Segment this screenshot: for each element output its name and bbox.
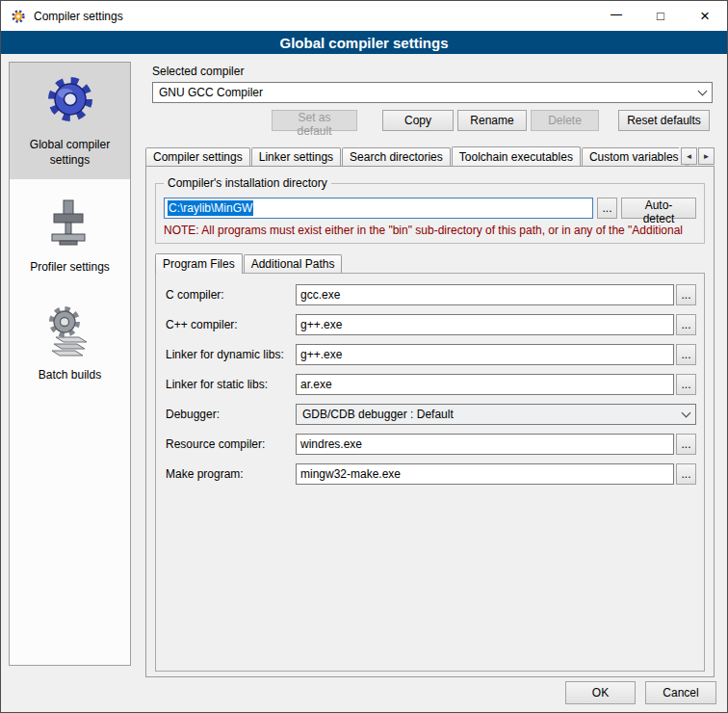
c-compiler-browse-button[interactable]: ...: [676, 284, 696, 305]
tab-search-directories[interactable]: Search directories: [342, 147, 451, 166]
cpp-compiler-browse-button[interactable]: ...: [676, 314, 696, 335]
set-as-default-button[interactable]: Set as default: [272, 110, 357, 131]
auto-detect-button[interactable]: Auto-detect: [621, 198, 696, 219]
tab-scroll-left-button[interactable]: ◄: [681, 147, 697, 165]
blue-gear-icon: [42, 72, 98, 128]
tab-label: Linker settings: [259, 150, 333, 164]
minimize-button[interactable]: —: [594, 1, 638, 31]
compiler-select[interactable]: GNU GCC Compiler: [152, 82, 713, 103]
debugger-select[interactable]: GDB/CDB debugger : Default: [296, 404, 696, 425]
right-arrow-icon: ►: [703, 152, 711, 161]
debugger-select-value: GDB/CDB debugger : Default: [302, 408, 454, 421]
subtab-additional-paths[interactable]: Additional Paths: [244, 254, 343, 273]
left-arrow-icon: ◄: [686, 152, 693, 161]
resource-compiler-input[interactable]: [296, 434, 674, 455]
sidebar-item-label: Global compiler settings: [13, 138, 126, 168]
linker-dynamic-input[interactable]: [296, 344, 674, 365]
installation-directory-group: Compiler's installation directory C:\ray…: [155, 183, 705, 244]
chevron-down-icon: [682, 409, 691, 418]
copy-button[interactable]: Copy: [382, 110, 454, 131]
cpp-compiler-row: C++ compiler: ...: [166, 314, 696, 335]
maximize-button[interactable]: □: [638, 1, 683, 31]
c-compiler-input[interactable]: [296, 284, 674, 305]
sidebar: Global compiler settings Profiler settin…: [9, 62, 131, 666]
tab-label: Search directories: [350, 150, 443, 164]
tab-scroll-right-button[interactable]: ►: [698, 147, 715, 165]
sidebar-item-profiler-settings[interactable]: Profiler settings: [10, 185, 130, 287]
window-title: Compiler settings: [34, 10, 123, 23]
window-controls: — □ ×: [594, 1, 727, 31]
tab-label: Custom variables: [589, 150, 679, 164]
sidebar-item-label: Profiler settings: [30, 260, 110, 276]
dialog-footer: OK Cancel: [565, 681, 716, 704]
c-compiler-row: C compiler: ...: [166, 284, 696, 305]
compiler-select-value: GNU GCC Compiler: [159, 86, 263, 99]
resource-compiler-label: Resource compiler:: [166, 437, 296, 451]
linker-static-label: Linker for static libs:: [166, 378, 296, 391]
tab-label: Compiler settings: [153, 150, 243, 164]
cancel-button[interactable]: Cancel: [645, 681, 716, 704]
debugger-label: Debugger:: [166, 408, 296, 421]
installation-directory-input[interactable]: C:\raylib\MinGW: [164, 198, 593, 219]
reset-defaults-button[interactable]: Reset defaults: [618, 110, 710, 131]
linker-static-browse-button[interactable]: ...: [676, 374, 696, 395]
subtab-label: Additional Paths: [251, 257, 335, 271]
installation-directory-selected-text: C:\raylib\MinGW: [168, 200, 253, 216]
resource-compiler-browse-button[interactable]: ...: [676, 434, 696, 455]
subtab-program-files[interactable]: Program Files: [155, 253, 243, 274]
profiler-tool-icon: [42, 195, 98, 251]
close-icon: ×: [700, 7, 710, 26]
chevron-down-icon: [698, 87, 708, 96]
tab-custom-variables[interactable]: Custom variables: [582, 147, 687, 166]
tab-scroll-controls: ◄ ►: [679, 147, 715, 165]
dialog-header: Global compiler settings: [1, 31, 727, 54]
dialog-title: Global compiler settings: [279, 35, 448, 51]
gray-gear-stack-icon: [42, 303, 98, 358]
tab-compiler-settings[interactable]: Compiler settings: [145, 147, 250, 166]
minimize-icon: —: [611, 8, 622, 21]
debugger-row: Debugger: GDB/CDB debugger : Default: [166, 404, 696, 425]
linker-dynamic-label: Linker for dynamic libs:: [166, 348, 296, 361]
linker-dynamic-browse-button[interactable]: ...: [676, 344, 696, 365]
sidebar-item-global-compiler-settings[interactable]: Global compiler settings: [10, 63, 130, 179]
installation-directory-row: C:\raylib\MinGW ... Auto-detect: [164, 198, 696, 219]
linker-static-input[interactable]: [296, 374, 674, 395]
settings-tab-strip: Compiler settings Linker settings Search…: [145, 145, 715, 166]
make-program-label: Make program:: [166, 467, 296, 481]
resource-compiler-row: Resource compiler: ...: [166, 434, 696, 455]
cpp-compiler-label: C++ compiler:: [166, 318, 296, 331]
bin-subdirectory-note: NOTE: All programs must exist either in …: [164, 224, 696, 237]
tab-label: Toolchain executables: [459, 150, 573, 164]
delete-button[interactable]: Delete: [531, 110, 599, 131]
subtab-label: Program Files: [163, 257, 235, 271]
tab-toolchain-executables[interactable]: Toolchain executables: [452, 146, 581, 166]
maximize-icon: □: [657, 9, 664, 23]
installation-directory-group-title: Compiler's installation directory: [164, 176, 331, 190]
make-program-browse-button[interactable]: ...: [676, 463, 696, 485]
sidebar-item-label: Batch builds: [39, 368, 101, 383]
linker-dynamic-row: Linker for dynamic libs: ...: [166, 344, 696, 365]
rename-button[interactable]: Rename: [457, 110, 527, 131]
ok-button[interactable]: OK: [565, 681, 636, 704]
title-bar: Compiler settings — □ ×: [1, 1, 727, 31]
program-files-panel: C compiler: ... C++ compiler: ... Linker…: [155, 273, 705, 672]
close-button[interactable]: ×: [683, 1, 727, 31]
c-compiler-label: C compiler:: [166, 288, 296, 302]
sidebar-item-batch-builds[interactable]: Batch builds: [10, 293, 130, 395]
program-files-tab-strip: Program Files Additional Paths: [155, 253, 705, 273]
cpp-compiler-input[interactable]: [296, 314, 674, 335]
compiler-buttons-row: Set as default Copy Rename Delete Reset …: [152, 110, 710, 131]
installation-directory-browse-button[interactable]: ...: [597, 198, 617, 219]
make-program-input[interactable]: [296, 463, 674, 485]
main-panel: Selected compiler GNU GCC Compiler Set a…: [145, 57, 715, 677]
app-icon: [11, 9, 26, 24]
tab-linker-settings[interactable]: Linker settings: [251, 147, 341, 166]
make-program-row: Make program: ...: [166, 463, 696, 485]
selected-compiler-label: Selected compiler: [152, 65, 715, 78]
toolchain-executables-panel: Compiler's installation directory C:\ray…: [145, 166, 715, 677]
compiler-settings-window: Compiler settings — □ × Global compiler …: [0, 0, 728, 713]
linker-static-row: Linker for static libs: ...: [166, 374, 696, 395]
